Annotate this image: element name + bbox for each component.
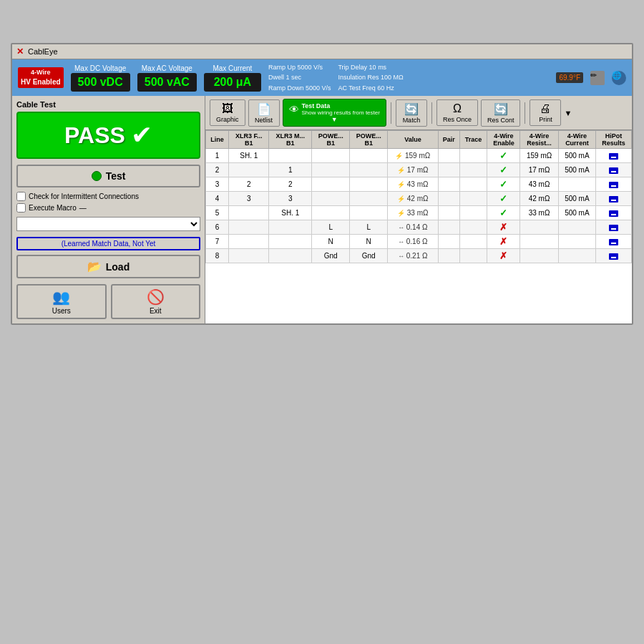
cell-4wire-resist: 43 mΩ: [520, 177, 558, 192]
ac-voltage-group: Max AC Voltage 500 vAC: [137, 64, 197, 92]
eye-icon: 👁: [289, 104, 299, 115]
macro-row: Execute Macro —: [16, 203, 200, 213]
cell-hipot: ▬: [596, 220, 632, 235]
cell-4wire-enable: ✓: [487, 149, 520, 163]
graphic-button[interactable]: 🖼 Graphic: [210, 99, 245, 126]
cell-4wire-resist: [520, 249, 558, 263]
dc-voltage-value: 500 vDC: [71, 73, 130, 92]
cell-line: 5: [206, 206, 229, 220]
cell-xlr3m: 3: [269, 192, 312, 206]
res-cont-button[interactable]: 🔄 Res Cont: [481, 99, 521, 127]
test-data-label: Test Data: [302, 102, 380, 109]
cell-line: 4: [206, 192, 229, 206]
settings-icon[interactable]: ✏: [590, 71, 605, 85]
dropdown-arrow-icon: ▼: [331, 116, 338, 123]
res-once-label: Res Once: [443, 116, 472, 123]
users-icon: 👥: [52, 288, 70, 306]
test-data-button[interactable]: 👁 Test Data Show wiring results from tes…: [283, 99, 386, 127]
load-button[interactable]: 📂 Load: [16, 255, 200, 278]
intermittent-label: Check for Intermittent Connections: [29, 192, 139, 200]
insulation-res: Insulation Res 100 MΩ: [338, 72, 403, 82]
print-button[interactable]: 🖨 Print: [530, 99, 561, 126]
match-label: Match: [403, 117, 421, 124]
dwell: Dwell 1 sec: [268, 72, 331, 82]
res-once-button[interactable]: Ω Res Once: [436, 99, 478, 126]
test-params: Trip Delay 10 ms Insulation Res 100 MΩ A…: [338, 62, 403, 93]
cell-xlr3f: 2: [229, 177, 269, 192]
cell-powe1: [312, 206, 350, 220]
print-label: Print: [539, 116, 552, 123]
users-button[interactable]: 👥 Users: [16, 284, 107, 319]
cable-test-label: Cable Test: [16, 100, 200, 109]
res-once-icon: Ω: [453, 102, 462, 115]
col-4wire-current: 4-WireCurrent: [558, 131, 595, 149]
left-panel: Cable Test PASS ✔ Test Check for Intermi…: [12, 96, 205, 323]
load-folder-icon: 📂: [87, 260, 102, 273]
cell-line: 7: [206, 235, 229, 249]
cell-xlr3m: 2: [269, 177, 312, 192]
cell-trace: [459, 206, 487, 220]
test-button[interactable]: Test: [16, 165, 200, 187]
cell-value: ⚡ 159 mΩ: [388, 149, 438, 163]
hv-badge-bottom: HV Enabled: [21, 77, 61, 87]
intermittent-checkbox[interactable]: [16, 192, 26, 201]
col-4wire-enable: 4-WireEnable: [487, 131, 520, 149]
temperature-display: 69.9°F: [556, 72, 583, 83]
toolbar-separator2: [431, 102, 432, 124]
cell-4wire-current: [558, 235, 595, 249]
cell-xlr3f: [229, 220, 269, 235]
col-pair: Pair: [438, 131, 459, 149]
print-icon: 🖨: [540, 102, 551, 115]
col-value: Value: [388, 131, 438, 149]
right-panel: 🖼 Graphic 📄 Netlist 👁 Test Data Show wir…: [205, 96, 632, 323]
dc-voltage-label: Max DC Voltage: [74, 64, 126, 73]
netlist-button[interactable]: 📄 Netlist: [248, 99, 280, 127]
cell-line: 3: [206, 177, 229, 192]
cell-hipot: ▬: [596, 149, 632, 163]
cell-xlr3m: [269, 249, 312, 263]
macro-checkbox[interactable]: [16, 203, 26, 213]
col-xlr3m: XLR3 M...B1: [269, 131, 312, 149]
cell-trace: [459, 149, 487, 163]
cell-value: ⚡ 43 mΩ: [388, 177, 438, 192]
netlist-icon: 📄: [257, 102, 271, 116]
ac-voltage-label: Max AC Voltage: [142, 64, 192, 73]
cell-powe1: [312, 163, 350, 177]
table-header-row: Line XLR3 F...B1 XLR3 M...B1 POWE...B1 P…: [206, 131, 632, 149]
intermittent-row: Check for Intermittent Connections: [16, 192, 200, 201]
cell-xlr3f: [229, 163, 269, 177]
title-bar: ✕ CablEye: [12, 44, 632, 59]
cell-pair: [438, 220, 459, 235]
cell-4wire-enable: ✓: [487, 163, 520, 177]
graphic-icon: 🖼: [222, 102, 233, 115]
ramp-info: Ramp Up 5000 V/s Dwell 1 sec Ramp Down 5…: [268, 62, 331, 93]
cell-powe1: N: [312, 235, 350, 249]
cell-trace: [459, 220, 487, 235]
ramp-down: Ramp Down 5000 V/s: [268, 83, 331, 93]
graphic-label: Graphic: [216, 116, 239, 123]
exit-button[interactable]: 🚫 Exit: [111, 284, 201, 319]
cell-value: ↔ 0.21 Ω: [388, 249, 438, 263]
current-label: Max Current: [213, 64, 252, 73]
app-logo: ✕: [16, 47, 24, 57]
cell-pair: [438, 249, 459, 263]
globe-icon[interactable]: 🌐: [612, 71, 626, 85]
print-arrow[interactable]: ▼: [564, 109, 572, 117]
cell-4wire-resist: 42 mΩ: [520, 192, 558, 206]
cell-4wire-current: 500 mA: [558, 149, 595, 163]
cell-value: ⚡ 42 mΩ: [388, 192, 438, 206]
cell-powe2: [350, 206, 388, 220]
toolbar: 🖼 Graphic 📄 Netlist 👁 Test Data Show wir…: [205, 96, 632, 130]
cell-pair: [438, 149, 459, 163]
table-row: 2 1 ⚡ 17 mΩ ✓ 17 mΩ 500 mA ▬: [206, 163, 632, 177]
macro-select[interactable]: [16, 217, 200, 231]
cell-powe2: [350, 149, 388, 163]
toolbar-separator: [391, 102, 391, 124]
col-4wire-resist: 4-WireResist...: [520, 131, 558, 149]
cell-4wire-enable: ✓: [487, 177, 520, 192]
cell-powe1: [312, 149, 350, 163]
cell-4wire-resist: 33 mΩ: [520, 206, 558, 220]
match-button[interactable]: 🔄 Match: [396, 99, 427, 127]
cell-hipot: ▬: [596, 177, 632, 192]
cell-powe2: Gnd: [350, 249, 388, 263]
